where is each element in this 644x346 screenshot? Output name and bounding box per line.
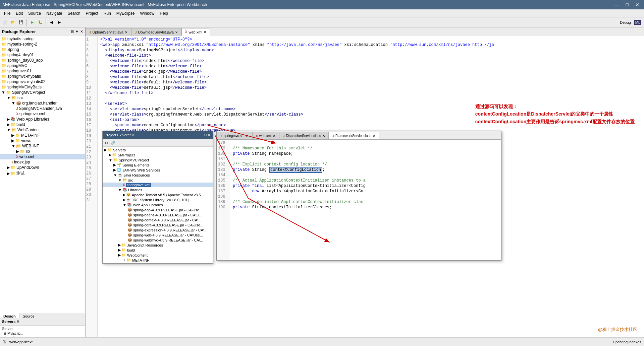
menu-myeclipse[interactable]: MyEclipse — [114, 10, 138, 16]
tree-icon: 📁 — [20, 149, 25, 154]
menu-source[interactable]: Source — [25, 10, 44, 16]
tree-item-webinf[interactable]: ▼ 📂 WEB-INF — [0, 143, 85, 149]
window-controls[interactable]: — □ ✕ — [612, 1, 641, 8]
tree-item-build[interactable]: ▶ 📁 build — [0, 122, 85, 127]
fe-close-icon[interactable]: ✕ — [208, 133, 211, 137]
pkg-close-icon[interactable]: ✕ — [80, 29, 83, 34]
tree-item-upanddown[interactable]: ▶ 📁 UpAndDown — [0, 165, 85, 170]
toolbar-open[interactable]: 📂 — [9, 19, 17, 26]
tree-item-mybatis-spring-2[interactable]: 📁 mybatis-spring-2 — [0, 42, 85, 47]
tab-upload-servlet[interactable]: J UploadServlet.java ✕ — [86, 28, 131, 36]
fe-toolbar-btn2[interactable]: 🔗 — [110, 140, 116, 146]
tree-item-springmvc[interactable]: 📁 springMVC — [0, 63, 85, 68]
fe-springmvcproject[interactable]: ▼ 📁 SpringMVCProject — [103, 157, 213, 162]
tree-item-src[interactable]: ▼ 📂 src — [0, 95, 85, 100]
tree-item-springmvcproject[interactable]: ▼ 📁 SpringMVCProject — [0, 90, 85, 95]
fc-tab-close[interactable]: ✕ — [246, 134, 249, 138]
tree-item-springmvcmybatis[interactable]: 📁 springMVCMyBatis — [0, 84, 85, 90]
fe-servers[interactable]: ▶ 📁 Servers — [103, 147, 213, 152]
fc-tab-framework[interactable]: J FrameworkServlet.class ✕ — [329, 132, 379, 139]
tree-item-indexjsp[interactable]: J index.jsp — [0, 159, 85, 165]
tree-item-metainf[interactable]: ▶ 📁 META-INF — [0, 133, 85, 138]
tree-item-springmvchandler[interactable]: J SpringMVCHandler.java — [0, 106, 85, 111]
tree-item-spring[interactable]: 📁 Spring — [0, 47, 85, 52]
fe-js-resources[interactable]: ▶ 📁 JavaScript Resources — [103, 243, 213, 248]
fe-min-icon[interactable]: − — [201, 133, 203, 137]
toolbar-back[interactable]: ◀ — [48, 19, 55, 26]
fe-meta-inf[interactable]: ▼ 📁 META-INF — [103, 258, 213, 263]
fe-toolbar-btn[interactable]: ⊟ — [103, 140, 109, 146]
tab-download-servlet[interactable]: J DownloadServlet.java ✕ — [131, 28, 181, 36]
fe-build[interactable]: ▶ 📁 build — [103, 248, 213, 253]
fe-src[interactable]: ▼ 📂 src — [103, 178, 213, 183]
menu-file[interactable]: File — [1, 10, 13, 16]
tree-arrow-icon: ▶ — [11, 133, 14, 138]
pkg-collapse-icon[interactable]: ⊟ — [71, 29, 74, 34]
toolbar-run[interactable]: ▶ — [29, 19, 36, 26]
tab-close-upload[interactable]: ✕ — [125, 30, 127, 34]
maximize-button[interactable]: □ — [624, 1, 631, 8]
fc-tab-webxml[interactable]: X web.xml ✕ — [252, 132, 279, 139]
fe-jar-aop[interactable]: 📦 spring-aop-4.3.9.RELEASE.jar - CA\Use.… — [103, 207, 213, 212]
fe-jar-core[interactable]: 📦 spring-core-4.3.9.RELEASE.jar - CA\Use… — [103, 222, 213, 227]
fc-tab-close4[interactable]: ✕ — [373, 134, 375, 138]
fe-jar-web[interactable]: 📦 spring-web-4.3.9.RELEASE.jar - CA\Use.… — [103, 232, 213, 237]
menu-navigate[interactable]: Navigate — [44, 10, 65, 16]
tree-item-springmvc01[interactable]: 📁 springmvc-01 — [0, 68, 85, 74]
fc-tab-springmvc[interactable]: X springmvc.s... ✕ — [217, 132, 252, 139]
fe-jar-context[interactable]: 📦 spring-context-4.3.9.RELEASE.jar - CA\… — [103, 217, 213, 222]
toolbar-save[interactable]: 💾 — [17, 19, 25, 26]
fe-java-resources[interactable]: ▼ ☕ Java Resources — [103, 172, 213, 178]
toolbar-forward[interactable]: ▶ — [56, 19, 63, 26]
floating-explorer-controls[interactable]: − □ ✕ — [201, 133, 211, 137]
tab-close-download[interactable]: ✕ — [175, 30, 178, 34]
tree-item-org-lanqiao[interactable]: ▼ 📦 org.lanqiao.handler — [0, 100, 85, 106]
tree-item-springmvc-mybatis[interactable]: 📁 springmvc-mybatis — [0, 74, 85, 79]
fe-jar-webmvc[interactable]: 📦 spring-webmvc-4.3.9.RELEASE.jar - CA\.… — [103, 237, 213, 243]
fe-tomcat-lib[interactable]: ▶ 🐱 Apache Tomcat v8.5 (Apache Tomcat v8… — [103, 192, 213, 197]
tree-item-lib[interactable]: ▶ 📁 lib — [0, 149, 85, 154]
fe-spring-elements[interactable]: ▶ 🌱 Spring Elements — [103, 162, 213, 167]
pkg-explorer-controls[interactable]: ⊟ ▼ ✕ — [71, 29, 83, 34]
fe-springmvc-xml[interactable]: X springmvc.xml — [103, 183, 213, 187]
menu-run[interactable]: Run — [101, 10, 114, 16]
fe-smproject[interactable]: ▶ 📁 SMProject — [103, 152, 213, 157]
tree-item-spring4day01[interactable]: 📁 spring4_day01 — [0, 52, 85, 58]
tree-item-spring4day03aop[interactable]: 📁 spring4_day03_aop — [0, 58, 85, 63]
code-line-1: <?xml version="1.0" encoding="UTF-8"?> — [100, 37, 641, 42]
floating-code-area[interactable]: /** Namespace for this servlet */ privat… — [230, 140, 501, 260]
toolbar-new[interactable]: ⬜ — [1, 19, 9, 26]
fe-webcontent[interactable]: ▶ 📁 WebContent — [103, 253, 213, 258]
fe-jar-beans[interactable]: 📦 spring-beans-4.3.9.RELEASE.jar - CA\U.… — [103, 212, 213, 217]
menu-edit[interactable]: Edit — [13, 10, 25, 16]
tree-item-springmvc-xml[interactable]: X springmvc.xml — [0, 111, 85, 117]
menu-window[interactable]: Window — [138, 10, 157, 16]
fc-tab-close2[interactable]: ✕ — [273, 134, 275, 138]
tree-item-mybatis-spring[interactable]: 📁 mybatis-spring — [0, 36, 85, 42]
tree-item-webapplib[interactable]: ▶ 📚 Web App Libraries — [0, 117, 85, 122]
minimize-button[interactable]: — — [612, 1, 621, 8]
fe-max-icon[interactable]: □ — [204, 133, 207, 137]
fe-jre[interactable]: ▶ ☕ JRE System Library [jdk1.8.0_101] — [103, 197, 213, 202]
fe-jar-expression[interactable]: 📦 spring-expression-4.3.9.RELEASE.jar - … — [103, 227, 213, 232]
tree-item-webxml[interactable]: X web.xml — [0, 154, 85, 159]
tree-item-views[interactable]: ▶ 📁 views — [0, 138, 85, 143]
fc-tab-close3[interactable]: ✕ — [322, 134, 325, 138]
fe-jaxws[interactable]: ▶ 🌐 JAX-WS Web Services — [103, 167, 213, 172]
tree-item-test[interactable]: ▶ 📁 测试 — [0, 170, 85, 177]
menu-search[interactable]: Search — [65, 10, 83, 16]
close-button[interactable]: ✕ — [633, 1, 641, 8]
menu-help[interactable]: Help — [157, 10, 171, 16]
fe-webapp-libs[interactable]: ▼ 📚 Web App Libraries — [103, 202, 213, 207]
tree-icon: 📁 — [10, 122, 15, 127]
tab-close-webxml[interactable]: ✕ — [204, 30, 206, 34]
pkg-menu-icon[interactable]: ▼ — [75, 29, 79, 34]
menu-project[interactable]: Project — [83, 10, 101, 16]
fe-libraries[interactable]: ▼ 📚 Libraries — [103, 187, 213, 192]
fc-tab-dispatcher[interactable]: J DispatcherServlet.class ✕ — [279, 132, 329, 139]
tree-item-webcontent[interactable]: ▼ 📂 WebContent — [0, 127, 85, 133]
toolbar-debug[interactable]: 🐛 — [37, 19, 44, 26]
tree-item-springmvc-mybatis02[interactable]: 📁 springmvc-mybatis02 — [0, 79, 85, 84]
server-item-myeclipse1[interactable]: 🖥 MyEclip... — [1, 331, 84, 336]
tab-web-xml[interactable]: X web.xml ✕ — [181, 28, 210, 36]
